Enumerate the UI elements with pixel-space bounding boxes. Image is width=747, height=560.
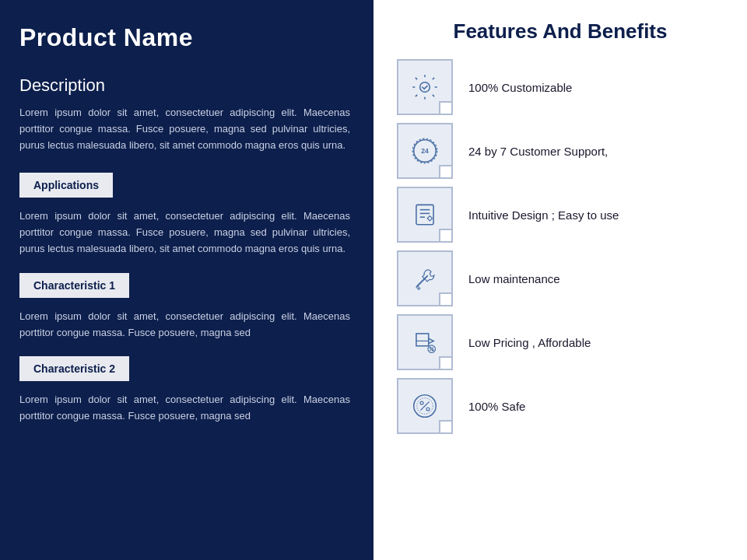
- feature-row-1: 100% Customizable: [397, 59, 724, 115]
- feature-label-6: 100% Safe: [468, 400, 525, 413]
- svg-rect-8: [416, 334, 429, 346]
- feature-row-5: Low Pricing , Affordable: [397, 314, 724, 370]
- characteristic2-button[interactable]: Characteristic 2: [19, 356, 129, 381]
- description-text: Lorem ipsum dolor sit amet, consectetuer…: [19, 105, 350, 153]
- feature-icon-6: [397, 378, 453, 434]
- feature-row-2: 24 24 by 7 Customer Support,: [397, 123, 724, 179]
- wrench-screwdriver-icon: [410, 264, 440, 293]
- product-title: Product Name: [19, 23, 350, 52]
- feature-row-4: Low maintenance: [397, 250, 724, 306]
- feature-row-3: Intuitive Design ; Easy to use: [397, 187, 724, 243]
- left-panel: Product Name Description Lorem ipsum dol…: [0, 0, 374, 560]
- feature-icon-3: [397, 187, 453, 243]
- characteristic2-text: Lorem ipsum dolor sit amet, consectetuer…: [19, 392, 350, 425]
- feature-icon-4: [397, 250, 453, 306]
- right-panel: Features And Benefits 100% Customizable …: [374, 0, 747, 560]
- svg-point-17: [420, 401, 423, 404]
- design-pencil-icon: [410, 200, 440, 229]
- svg-text:24: 24: [421, 147, 429, 155]
- features-title: Features And Benefits: [397, 19, 724, 44]
- svg-rect-4: [416, 205, 433, 224]
- svg-line-16: [420, 401, 429, 410]
- feature-icon-1: [397, 59, 453, 115]
- description-heading: Description: [19, 75, 350, 96]
- feature-icon-2: 24: [397, 123, 453, 179]
- characteristic1-button[interactable]: Characteristic 1: [19, 273, 129, 298]
- svg-point-18: [426, 408, 430, 411]
- characteristic1-text: Lorem ipsum dolor sit amet, consectetuer…: [19, 309, 350, 341]
- feature-label-5: Low Pricing , Affordable: [468, 336, 591, 349]
- feature-label-4: Low maintenance: [468, 272, 560, 285]
- applications-button[interactable]: Applications: [19, 173, 113, 198]
- applications-text: Lorem ipsum dolor sit amet, consectetuer…: [19, 208, 350, 257]
- feature-label-2: 24 by 7 Customer Support,: [468, 145, 608, 158]
- feature-label-3: Intuitive Design ; Easy to use: [468, 208, 619, 222]
- feature-row-6: 100% Safe: [397, 378, 724, 434]
- feature-icon-5: [397, 314, 453, 370]
- svg-point-13: [433, 350, 434, 352]
- svg-point-12: [430, 347, 431, 348]
- percent-circle-icon: [410, 391, 440, 421]
- feature-label-1: 100% Customizable: [468, 81, 572, 94]
- box-tag-icon: [410, 327, 440, 357]
- svg-point-0: [420, 82, 430, 93]
- gear-check-icon: [410, 72, 440, 102]
- clock-24-icon: 24: [410, 136, 440, 166]
